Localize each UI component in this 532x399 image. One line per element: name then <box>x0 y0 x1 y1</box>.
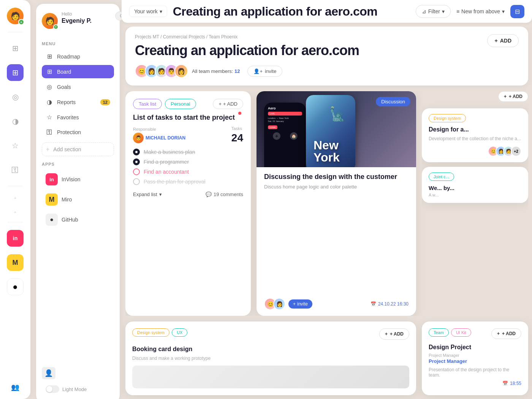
discussion-card-image: Aero LIVE London → New York Sat, 22 Janu… <box>256 91 416 167</box>
breadcrumb-team[interactable]: Team Phoenix <box>209 34 238 40</box>
main-sidebar: 《 🧑 + Hello Evgeniy P. MENU ⊞ Roadmap ⊞ … <box>36 4 120 399</box>
filter-button[interactable]: ⊿ Filter ▾ <box>416 5 451 18</box>
disc-avatar-2: 👩 <box>273 298 285 310</box>
sidebar-app-github[interactable]: ● GitHub <box>42 211 114 229</box>
booking-design-tag[interactable]: Design system <box>132 328 169 337</box>
sidebar-user-avatar[interactable]: 🧑 + <box>42 13 58 29</box>
mini-app-invision[interactable]: in <box>7 230 24 247</box>
mini-app-miro[interactable]: M <box>7 254 24 271</box>
mini-nav-roadmap[interactable]: ⊞ <box>7 40 24 57</box>
view-toggle-button[interactable]: ⊟ <box>510 5 524 18</box>
breadcrumb-projects[interactable]: Projects MT <box>135 34 159 40</box>
filter-icon: ⊿ <box>422 8 426 14</box>
booking-ux-tag[interactable]: UX <box>172 328 187 337</box>
design-system-tag[interactable]: Design system <box>429 114 466 122</box>
disc-invite-label: invite <box>297 301 308 307</box>
mini-nav-protection[interactable]: ⚿ <box>7 162 24 178</box>
task-add-button[interactable]: + + ADD <box>213 99 243 109</box>
filter-label: Filter <box>428 8 440 14</box>
task-checkbox-2[interactable] <box>133 158 140 165</box>
sidebar-item-goals-label: Goals <box>57 84 71 90</box>
mini-nav-favorites[interactable]: ☆ <box>7 137 24 154</box>
your-work-dropdown[interactable]: Your work ▾ <box>129 6 167 17</box>
dp-team-tag[interactable]: Team <box>429 328 449 337</box>
member-avatar-5: 👩 <box>174 64 188 78</box>
responsible-name: MICHAEL DORIAN <box>146 135 185 141</box>
task-checkbox-1[interactable] <box>133 149 140 155</box>
sidebar-item-favorites[interactable]: ☆ Favorites <box>42 111 114 124</box>
sidebar-app-miro-label: Miro <box>62 196 72 203</box>
mini-nav-board[interactable]: ⊞ <box>7 64 24 81</box>
light-mode-toggle[interactable] <box>46 385 59 393</box>
invite-label: invite <box>265 68 276 74</box>
add-icon: + <box>494 38 497 44</box>
booking-tags: Design system UX <box>132 328 187 337</box>
expand-list-button[interactable]: Expand list ▾ <box>133 192 162 197</box>
dp-uikit-tag[interactable]: UI Kit <box>451 328 471 337</box>
light-mode-label: Light Mode <box>62 386 87 392</box>
phone-brand: Aero <box>268 106 302 110</box>
booking-add-button[interactable]: + + ADD <box>379 328 409 340</box>
price-badge: 1200€ <box>268 125 277 129</box>
sidebar-item-favorites-label: Favorites <box>57 114 79 120</box>
content-wrapper: Projects MT / Commercial Projects / Team… <box>122 27 532 399</box>
invision-icon: in <box>46 173 58 185</box>
booking-preview-image <box>132 366 409 388</box>
joint-tag[interactable]: Joint c... <box>429 173 454 181</box>
sidebar-app-invision[interactable]: in InVision <box>42 170 114 188</box>
sort-label: New from above <box>461 8 500 14</box>
sidebar-item-goals[interactable]: ◎ Goals <box>42 80 114 93</box>
breadcrumb: Projects MT / Commercial Projects / Team… <box>135 34 519 40</box>
discussion-tag[interactable]: Discussion <box>376 97 410 106</box>
booking-title: Booking card design <box>132 346 409 353</box>
task-checkbox-4[interactable] <box>133 178 140 185</box>
task-list-tag[interactable]: Task list <box>133 99 162 109</box>
tasks-label: Tasks <box>231 126 243 131</box>
mini-divider-2 <box>8 186 23 186</box>
mini-nav-reports[interactable]: ◑ <box>7 113 24 130</box>
dp-tags: Team UI Kit <box>429 328 471 337</box>
right-add-plus-icon: + <box>504 94 507 99</box>
mini-app-github[interactable]: ● <box>7 279 24 295</box>
sidebar-item-reports[interactable]: ◑ Reports 12 <box>42 95 114 109</box>
joint-card-title: We... by... <box>429 185 521 191</box>
dp-footer: 📅 18:55 <box>429 381 521 386</box>
sidebar-item-roadmap[interactable]: ⊞ Roadmap <box>42 50 114 63</box>
sidebar-hello-label: Hello <box>62 11 92 17</box>
invite-button[interactable]: 👤+ invite <box>247 66 282 77</box>
task-items-list: Make a business plan Find a programmer F… <box>133 149 243 185</box>
discussion-card: Aero LIVE London → New York Sat, 22 Janu… <box>256 91 416 316</box>
task-checkbox-3[interactable] <box>133 168 140 175</box>
sidebar-item-protection[interactable]: ⚿ Protection <box>42 126 114 139</box>
joint-card-sub: A w... <box>429 193 521 197</box>
design-avatar-more: +2 <box>511 146 521 157</box>
ny-city-name: NewYork <box>314 139 340 163</box>
calendar-icon: 📅 <box>370 301 376 307</box>
sidebar-item-board-label: Board <box>57 69 71 75</box>
all-members-text: All team members: <box>192 68 233 74</box>
breadcrumb-commercial[interactable]: Commercial Projects <box>163 34 205 40</box>
favorites-icon: ☆ <box>46 114 53 121</box>
sidebar-footer: 👤 Light Mode <box>42 361 114 395</box>
dp-add-button[interactable]: + + ADD <box>491 328 521 339</box>
comment-icon: 💬 <box>206 192 212 197</box>
main-add-button[interactable]: + ADD <box>487 34 519 47</box>
right-add-button-top[interactable]: + + ADD <box>498 91 528 102</box>
mini-user-avatar[interactable]: 🧑 + <box>7 8 24 24</box>
booking-desc: Discuss and make a working prototype <box>132 355 409 362</box>
sidebar-light-mode[interactable]: Light Mode <box>42 383 114 395</box>
mini-nav-goals[interactable]: ◎ <box>7 89 24 105</box>
reports-badge: 12 <box>100 99 110 105</box>
sidebar-app-miro[interactable]: M Miro <box>42 190 114 209</box>
your-work-label: Your work <box>134 8 158 14</box>
sidebar-item-board[interactable]: ⊞ Board <box>42 65 114 78</box>
date-value: 24.10.22 16:30 <box>378 301 408 307</box>
personal-tag[interactable]: Personal <box>165 99 196 109</box>
sidebar-add-section[interactable]: + Add section <box>42 142 114 156</box>
sort-button[interactable]: ≡ New from above ▾ <box>456 8 505 14</box>
filter-chevron-icon: ▾ <box>442 8 445 14</box>
roadmap-icon: ⊞ <box>46 53 53 60</box>
responsible-person: 👨 MICHAEL DORIAN <box>133 133 185 143</box>
task-card-title: List of tasks to start the project <box>133 114 243 122</box>
discussion-invite-button[interactable]: + invite <box>288 299 312 309</box>
